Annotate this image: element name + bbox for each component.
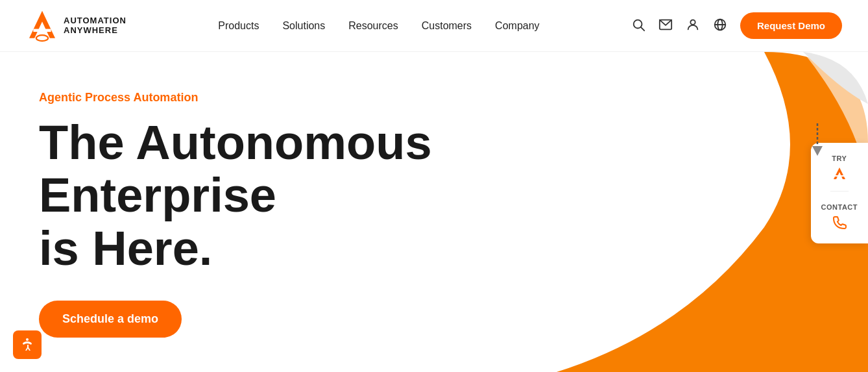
- svg-point-0: [36, 35, 48, 41]
- search-icon[interactable]: [631, 18, 645, 34]
- contact-label: CONTACT: [821, 203, 858, 211]
- user-icon[interactable]: [686, 18, 700, 34]
- nav-customers[interactable]: Customers: [422, 20, 472, 32]
- svg-point-4: [690, 19, 695, 24]
- main-nav: Products Solutions Resources Customers C…: [218, 20, 539, 32]
- hero-section: TRY CONTACT Agentic Process Automation T…: [0, 52, 868, 372]
- svg-marker-9: [812, 146, 823, 156]
- request-demo-button[interactable]: Request Demo: [740, 12, 842, 39]
- svg-point-10: [26, 338, 29, 341]
- schedule-demo-button[interactable]: Schedule a demo: [39, 301, 182, 338]
- globe-icon[interactable]: [713, 18, 727, 34]
- accessibility-icon: [19, 337, 35, 353]
- hero-tagline: Agentic Process Automation: [39, 91, 493, 105]
- svg-line-2: [641, 27, 644, 31]
- pencil-decoration: [806, 123, 829, 158]
- try-label: TRY: [832, 155, 847, 162]
- contact-icon: [830, 214, 849, 232]
- nav-resources[interactable]: Resources: [348, 20, 398, 32]
- contact-widget-item[interactable]: CONTACT: [821, 199, 858, 236]
- logo-text: AUTOMATION ANYWHERE: [64, 16, 127, 35]
- try-widget-item[interactable]: TRY: [830, 151, 849, 192]
- hero-content: Agentic Process Automation The Autonomou…: [39, 91, 493, 338]
- header-icons: Request Demo: [631, 12, 842, 39]
- logo[interactable]: AUTOMATION ANYWHERE: [26, 10, 127, 42]
- nav-products[interactable]: Products: [218, 20, 259, 32]
- accessibility-button[interactable]: [13, 330, 42, 359]
- logo-icon: [26, 10, 58, 42]
- nav-solutions[interactable]: Solutions: [282, 20, 325, 32]
- try-icon: [830, 165, 849, 183]
- mail-icon[interactable]: [658, 18, 673, 34]
- nav-company[interactable]: Company: [495, 20, 539, 32]
- hero-title: The Autonomous Enterprise is Here.: [39, 116, 493, 275]
